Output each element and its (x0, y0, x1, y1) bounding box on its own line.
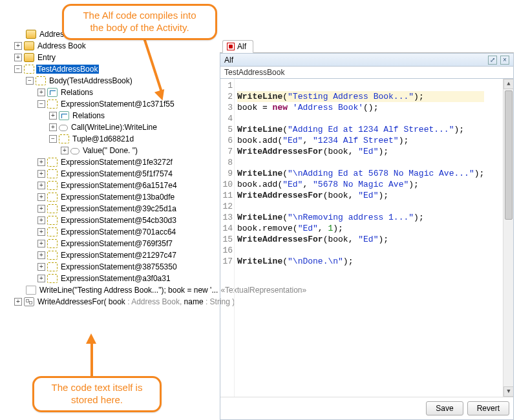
callout-top: The Alf code compiles into the body of t… (62, 4, 217, 40)
tree-label: ExpressionStatement@13ba0dfe (59, 193, 176, 202)
tree-label: ExpressionStatement@54cb30d3 (59, 216, 178, 225)
tree-item-relations-2[interactable]: + Relations (0, 110, 220, 121)
expander-icon[interactable]: + (61, 147, 69, 154)
callout-bottom-text: The code text itself is stored here. (52, 382, 143, 405)
expander-icon[interactable]: + (37, 228, 45, 236)
expander-icon[interactable]: + (37, 205, 45, 213)
expander-icon[interactable]: + (37, 158, 45, 166)
tree-item-call[interactable]: + Call(WriteLine):WriteLine (0, 121, 220, 133)
tree-item-es[interactable]: +ExpressionStatement@a3f0a31 (0, 273, 220, 284)
node-icon (47, 100, 58, 109)
tree-label: ExpressionStatement@701acc64 (59, 227, 177, 236)
editor-subtitle: TestAddressBook (220, 67, 514, 78)
expander-icon[interactable]: + (37, 170, 45, 178)
folder-icon (24, 53, 34, 62)
tab-alf[interactable]: Alf (222, 40, 253, 53)
node-icon (47, 204, 58, 213)
node-icon (47, 274, 58, 283)
node-icon (47, 262, 58, 271)
node-icon (47, 216, 58, 225)
tree-label: ExpressionStatement@a3f0a31 (59, 274, 172, 283)
expander-icon[interactable]: − (26, 77, 34, 85)
callout-bottom: The code text itself is stored here. (32, 376, 162, 412)
editor-panel: Alf Alf ⤢ × TestAddressBook 1 2 3 4 5 6 … (220, 0, 519, 420)
code-text[interactable]: WriteLine("Testing Address Book..."); bo… (235, 79, 487, 397)
tree-label: Tuple@1d68821d (71, 134, 135, 143)
tree-label: Value(" Done. ") (81, 146, 139, 155)
expander-icon[interactable]: + (14, 298, 22, 306)
expander-icon[interactable]: + (37, 263, 45, 271)
expander-icon[interactable]: + (37, 240, 45, 247)
tree-item-relations[interactable]: + Relations (0, 87, 220, 98)
tree-label: Relations (59, 88, 94, 97)
editor-button-row: Save Revert (220, 397, 513, 419)
tree-item-es[interactable]: +ExpressionStatement@39c25d1a (0, 203, 220, 215)
node-icon (47, 169, 58, 178)
tree-label: Address Book (36, 41, 87, 50)
tree-item-es[interactable]: +ExpressionStatement@769f35f7 (0, 238, 220, 249)
expander-icon[interactable]: + (49, 123, 57, 131)
tree-item-es[interactable]: +ExpressionStatement@21297c47 (0, 249, 220, 261)
expand-icon[interactable]: ⤢ (488, 56, 497, 65)
expander-icon[interactable]: + (14, 54, 22, 61)
revert-button[interactable]: Revert (467, 401, 509, 415)
tree-item-tuple[interactable]: − Tuple@1d68821d (0, 133, 220, 145)
tree-item-es[interactable]: +ExpressionStatement@1fe3272f (0, 156, 220, 168)
tree-item-body[interactable]: − Body(TestAddressBook) (0, 75, 220, 87)
value-icon (70, 148, 79, 154)
panel-title: Alf (224, 56, 233, 65)
call-icon (59, 125, 68, 131)
node-icon (47, 158, 58, 167)
tree-item-value[interactable]: + Value(" Done. ") (0, 145, 220, 156)
tree-item-es[interactable]: +ExpressionStatement@54cb30d3 (0, 215, 220, 226)
tree-item-entry[interactable]: + Entry (0, 52, 220, 63)
expander-icon[interactable]: + (37, 182, 45, 189)
tree-label: WriteLine("Testing Address Book..."); bo… (38, 286, 219, 295)
panel-title-bar: Alf ⤢ × (220, 53, 514, 67)
tree-item-es1[interactable]: − ExpressionStatement@1c371f55 (0, 98, 220, 110)
expander-icon[interactable]: + (49, 112, 57, 120)
scroll-down-icon[interactable]: ▼ (503, 386, 513, 397)
relations-icon (59, 111, 69, 120)
tree-item-es[interactable]: +ExpressionStatement@6a1517e4 (0, 180, 220, 191)
expander-icon[interactable]: + (37, 275, 45, 282)
save-button[interactable]: Save (426, 401, 463, 415)
expander-icon[interactable]: − (37, 100, 45, 108)
tree-label: TestAddressBook (36, 65, 99, 74)
tree-label: Relations (71, 111, 106, 120)
folder-icon (26, 30, 36, 39)
tree-panel: Address Book + Address Book + Entry − Te… (0, 0, 220, 420)
tree-label: Call(WriteLine):WriteLine (70, 123, 158, 132)
tree-label: ExpressionStatement@38755350 (59, 262, 178, 271)
expander-icon[interactable]: + (37, 251, 45, 259)
alf-icon (227, 43, 235, 50)
tree-item-es[interactable]: +ExpressionStatement@5f1f7574 (0, 168, 220, 180)
line-gutter: 1 2 3 4 5 6 7 8 9 10 11 12 13 14 15 16 1 (220, 79, 235, 397)
expander-icon[interactable]: + (37, 193, 45, 201)
tab-label: Alf (237, 42, 246, 51)
close-icon[interactable]: × (500, 56, 509, 65)
expander-icon[interactable]: + (37, 216, 45, 224)
tree-item-es[interactable]: +ExpressionStatement@38755350 (0, 261, 220, 273)
tree-label: ExpressionStatement@39c25d1a (59, 204, 178, 213)
tree-item-es[interactable]: +ExpressionStatement@701acc64 (0, 226, 220, 238)
scroll-thumb[interactable] (505, 90, 513, 220)
node-icon (59, 134, 69, 143)
expander-icon[interactable]: + (14, 42, 22, 50)
vertical-scrollbar[interactable]: ▲ ▼ (503, 79, 513, 397)
tree-item-testaddressbook[interactable]: − TestAddressBook (0, 63, 220, 75)
tree-item-es[interactable]: +ExpressionStatement@13ba0dfe (0, 191, 220, 203)
activity-icon (24, 297, 34, 306)
code-editor[interactable]: 1 2 3 4 5 6 7 8 9 10 11 12 13 14 15 16 1 (220, 78, 514, 420)
node-icon (36, 76, 46, 85)
node-icon (47, 239, 58, 248)
scroll-up-icon[interactable]: ▲ (503, 79, 513, 89)
expander-icon[interactable]: − (14, 65, 22, 73)
tree-item-address-book-1[interactable]: + Address Book (0, 40, 220, 52)
expander-icon[interactable]: − (49, 135, 57, 143)
tree-label: ExpressionStatement@5f1f7574 (59, 169, 174, 178)
document-icon (26, 286, 36, 295)
node-icon (47, 227, 58, 236)
model-tree[interactable]: Address Book + Address Book + Entry − Te… (0, 28, 220, 308)
expander-icon[interactable]: + (37, 89, 45, 96)
